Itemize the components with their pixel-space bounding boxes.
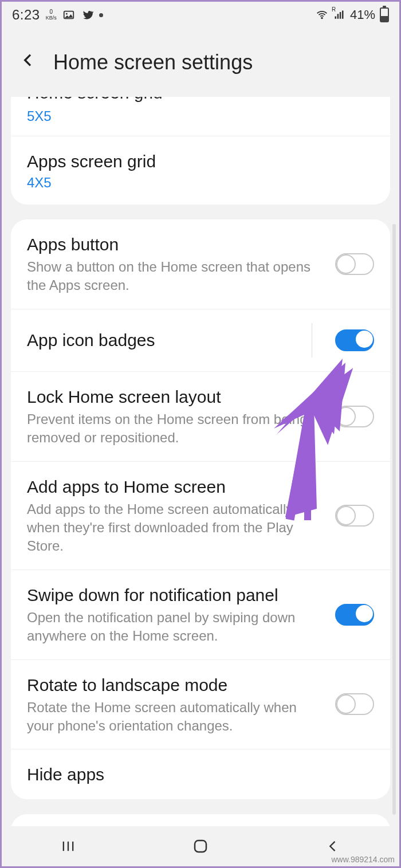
row-title: Lock Home screen layout: [27, 386, 324, 408]
svg-point-1: [66, 13, 68, 15]
svg-point-2: [321, 18, 323, 19]
toggle-lock-layout[interactable]: [335, 406, 374, 427]
network-speed-icon: 0KB/s: [46, 9, 57, 21]
status-left: 6:23 0KB/s: [12, 7, 103, 23]
settings-group-main: Apps button Show a button on the Home sc…: [11, 219, 390, 799]
twitter-icon: [81, 9, 93, 21]
row-title: Rotate to landscape mode: [27, 674, 324, 696]
row-subtitle: Rotate the Home screen automatically whe…: [27, 698, 324, 736]
status-time: 6:23: [12, 7, 40, 23]
toggle-rotate[interactable]: [335, 693, 374, 715]
row-title: Apps screen grid: [27, 150, 374, 172]
page-title: Home screen settings: [53, 50, 253, 74]
battery-icon: [380, 7, 389, 22]
row-title: Swipe down for notification panel: [27, 584, 324, 606]
scrollbar[interactable]: [392, 224, 396, 815]
nav-recents-button[interactable]: [57, 835, 80, 858]
row-hide-apps[interactable]: Hide apps: [11, 749, 390, 799]
more-notifications-icon: [99, 13, 103, 17]
row-subtitle: Show a button on the Home screen that op…: [27, 258, 324, 295]
row-apps-button[interactable]: Apps button Show a button on the Home sc…: [11, 219, 390, 309]
row-title: Add apps to Home screen: [27, 476, 324, 498]
row-add-apps-home[interactable]: Add apps to Home screen Add apps to the …: [11, 462, 390, 570]
watermark-text: www.989214.com: [331, 855, 395, 864]
toggle-add-apps[interactable]: [335, 505, 374, 527]
row-home-screen-grid[interactable]: Home screen grid 5X5: [11, 97, 390, 136]
toggle-apps-button[interactable]: [335, 253, 374, 275]
row-value: 4X5: [27, 175, 374, 191]
app-header: Home screen settings: [2, 28, 399, 97]
row-swipe-down-panel[interactable]: Swipe down for notification panel Open t…: [11, 570, 390, 660]
nav-back-button[interactable]: [321, 835, 344, 858]
status-right: R 41%: [316, 7, 389, 22]
row-title: Hide apps: [27, 763, 374, 785]
nav-home-button[interactable]: [189, 835, 212, 858]
row-rotate-landscape[interactable]: Rotate to landscape mode Rotate the Home…: [11, 660, 390, 750]
row-title: App icon badges: [27, 329, 300, 351]
row-title: Apps button: [27, 233, 324, 256]
divider: [312, 323, 312, 358]
row-value: 5X5: [27, 108, 374, 124]
row-subtitle: Prevent items on the Home screen from be…: [27, 410, 324, 447]
status-bar: 6:23 0KB/s R 41%: [2, 2, 399, 28]
wifi-icon: [316, 9, 328, 21]
toggle-swipe-down[interactable]: [335, 604, 374, 626]
row-app-icon-badges[interactable]: App icon badges: [11, 309, 390, 372]
row-subtitle: Open the notification panel by swiping d…: [27, 608, 324, 646]
row-apps-screen-grid[interactable]: Apps screen grid 4X5: [11, 136, 390, 205]
svg-rect-8: [195, 840, 206, 852]
row-title-cut: Home screen grid: [27, 97, 374, 106]
battery-percent: 41%: [350, 7, 375, 22]
back-button[interactable]: [19, 50, 37, 74]
row-lock-home-layout[interactable]: Lock Home screen layout Prevent items on…: [11, 372, 390, 462]
row-subtitle: Add apps to the Home screen automaticall…: [27, 500, 324, 556]
image-icon: [62, 9, 75, 21]
settings-group-grid: Home screen grid 5X5 Apps screen grid 4X…: [11, 97, 390, 205]
signal-icon: R: [333, 9, 345, 21]
toggle-icon-badges[interactable]: [335, 329, 374, 351]
